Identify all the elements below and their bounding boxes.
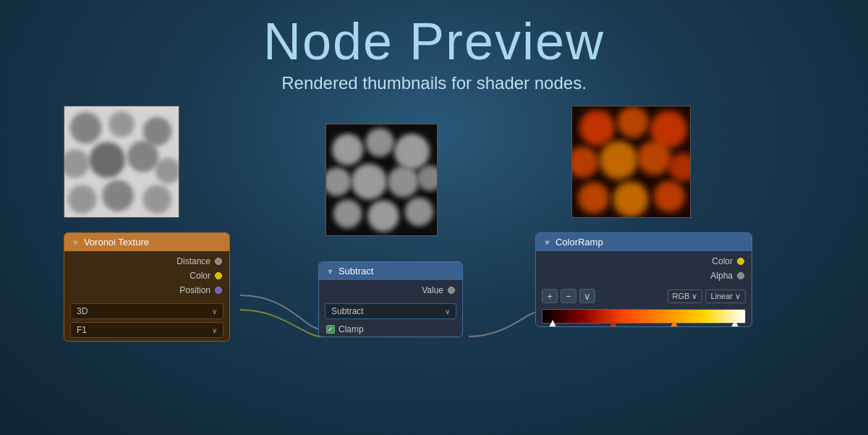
subtract-node-title: Subtract xyxy=(339,266,373,276)
colorramp-interp-chevron-icon: ∨ xyxy=(735,292,741,301)
voronoi-distance-label: Distance xyxy=(176,256,210,266)
colorramp-gradient-bar[interactable] xyxy=(542,309,746,324)
colorramp-mode-dropdown[interactable]: RGB ∨ xyxy=(668,290,703,303)
colorramp-remove-stop-button[interactable]: − xyxy=(561,289,576,303)
subtract-preview-container xyxy=(326,124,438,236)
voronoi-preview-image xyxy=(64,106,179,217)
nodes-area: ▼ Voronoi Texture Distance Color Positio… xyxy=(0,189,868,435)
voronoi-distance-socket[interactable] xyxy=(215,258,222,265)
gradient-stop-0[interactable] xyxy=(549,320,556,327)
subtract-value-row: Value xyxy=(319,283,462,297)
voronoi-distance-row: Distance xyxy=(64,254,229,269)
voronoi-collapse-icon[interactable]: ▼ xyxy=(72,238,80,247)
colorramp-alpha-label: Alpha xyxy=(710,271,733,281)
colorramp-controls-row: + − ∨ RGB ∨ Linear ∨ xyxy=(536,286,752,306)
node-subtract: ▼ Subtract Value Subtract ∨ ✓ Clamp xyxy=(318,261,463,337)
subtract-collapse-icon[interactable]: ▼ xyxy=(326,267,334,276)
node-colorramp: ▼ ColorRamp Color Alpha + − ∨ RGB xyxy=(535,232,752,327)
voronoi-preview-container xyxy=(64,106,179,218)
title-area: Node Preview Rendered thumbnails for sha… xyxy=(0,0,868,93)
subtract-clamp-label: Clamp xyxy=(339,324,364,334)
colorramp-add-stop-button[interactable]: + xyxy=(542,289,558,303)
subtract-node-header: ▼ Subtract xyxy=(319,262,462,280)
voronoi-color-label: Color xyxy=(190,271,210,281)
voronoi-position-label: Position xyxy=(179,285,210,295)
voronoi-position-row: Position xyxy=(64,283,229,297)
colorramp-color-label: Color xyxy=(712,256,733,266)
voronoi-dimensions-value: 3D xyxy=(77,306,88,316)
colorramp-color-row: Color xyxy=(536,254,752,269)
voronoi-feature-value: F1 xyxy=(77,325,87,335)
colorramp-chevron-button[interactable]: ∨ xyxy=(579,289,595,303)
voronoi-feature-dropdown[interactable]: F1 ∨ xyxy=(70,322,224,338)
voronoi-color-row: Color xyxy=(64,269,229,283)
subtract-value-socket[interactable] xyxy=(448,287,455,294)
colorramp-node-body: ▼ ColorRamp Color Alpha + − ∨ RGB xyxy=(535,232,752,327)
subtract-clamp-row: ✓ Clamp xyxy=(319,322,462,337)
colorramp-preview-image xyxy=(572,106,690,217)
voronoi-position-socket[interactable] xyxy=(215,287,222,294)
colorramp-collapse-icon[interactable]: ▼ xyxy=(543,238,551,247)
page-title: Node Preview xyxy=(0,13,868,70)
svg-rect-23 xyxy=(326,124,437,235)
subtract-preview-image xyxy=(326,124,437,235)
voronoi-node-title: Voronoi Texture xyxy=(84,237,149,248)
voronoi-dimensions-dropdown[interactable]: 3D ∨ xyxy=(70,303,224,319)
gradient-stop-2[interactable] xyxy=(671,320,678,327)
voronoi-dimensions-chevron-icon: ∨ xyxy=(212,308,217,316)
voronoi-color-socket[interactable] xyxy=(215,272,222,279)
gradient-stop-1[interactable] xyxy=(610,320,617,327)
svg-rect-11 xyxy=(64,106,179,217)
page-subtitle: Rendered thumbnails for shader nodes. xyxy=(0,73,868,93)
colorramp-node-title: ColorRamp xyxy=(556,237,603,248)
node-voronoi: ▼ Voronoi Texture Distance Color Positio… xyxy=(64,232,230,342)
colorramp-mode-chevron-icon: ∨ xyxy=(692,292,697,301)
voronoi-feature-chevron-icon: ∨ xyxy=(212,326,217,334)
colorramp-color-socket[interactable] xyxy=(737,258,744,265)
voronoi-node-header: ▼ Voronoi Texture xyxy=(64,233,229,251)
subtract-operation-value: Subtract xyxy=(331,306,364,316)
colorramp-interp-value: Linear xyxy=(710,292,733,300)
colorramp-alpha-row: Alpha xyxy=(536,269,752,283)
svg-rect-35 xyxy=(572,106,690,217)
colorramp-mode-value: RGB xyxy=(673,292,690,300)
gradient-stop-3[interactable] xyxy=(731,320,739,327)
colorramp-preview-container xyxy=(571,106,691,218)
subtract-value-label: Value xyxy=(422,285,443,295)
voronoi-outputs: Distance Color Position xyxy=(64,251,229,300)
subtract-operation-chevron-icon: ∨ xyxy=(445,308,450,316)
colorramp-outputs: Color Alpha xyxy=(536,251,752,286)
colorramp-interp-dropdown[interactable]: Linear ∨ xyxy=(705,290,746,303)
subtract-clamp-checkbox[interactable]: ✓ xyxy=(326,325,335,334)
subtract-node-body: ▼ Subtract Value Subtract ∨ ✓ Clamp xyxy=(318,261,463,337)
subtract-operation-dropdown[interactable]: Subtract ∨ xyxy=(325,303,456,319)
colorramp-node-header: ▼ ColorRamp xyxy=(536,233,752,251)
colorramp-alpha-socket[interactable] xyxy=(737,272,744,279)
subtract-outputs: Value xyxy=(319,280,462,300)
voronoi-node-body: ▼ Voronoi Texture Distance Color Positio… xyxy=(64,232,230,342)
